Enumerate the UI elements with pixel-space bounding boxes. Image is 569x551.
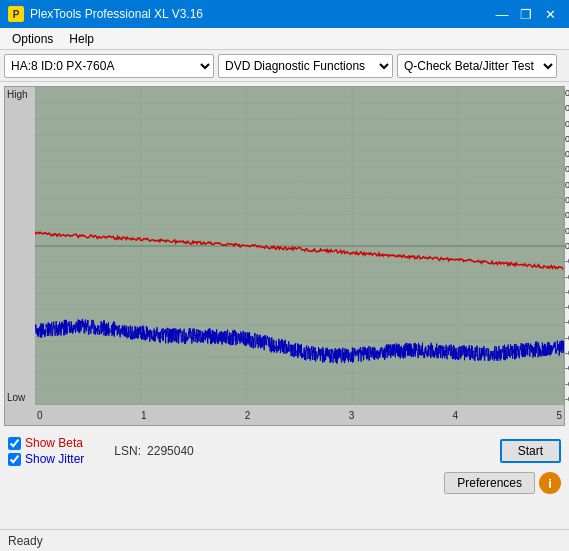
menu-options[interactable]: Options [4,30,61,48]
restore-button[interactable]: ❐ [515,4,537,24]
status-text: Ready [8,534,43,548]
y-high-label: High [7,89,33,100]
chart-area: High Low 0.5 0.45 0.4 0.35 0.3 0.25 0.2 … [4,86,565,426]
bottom-row1: Show Beta Show Jitter LSN: 2295040 Start [8,436,561,466]
show-beta-label: Show Beta [25,436,83,450]
bottom-row2: Preferences i [8,472,561,494]
minimize-button[interactable]: — [491,4,513,24]
show-jitter-checkbox[interactable] [8,453,21,466]
lsn-value: 2295040 [147,444,194,458]
menu-help[interactable]: Help [61,30,102,48]
drive-select[interactable]: HA:8 ID:0 PX-760A [4,54,214,78]
show-beta-item: Show Beta [8,436,84,450]
title-bar-left: P PlexTools Professional XL V3.16 [8,6,203,22]
start-button[interactable]: Start [500,439,561,463]
y-axis-left: High Low [5,87,35,405]
title-bar-controls: — ❐ ✕ [491,4,561,24]
show-jitter-item: Show Jitter [8,452,84,466]
test-select[interactable]: Q-Check Beta/Jitter Test [397,54,557,78]
status-bar: Ready [0,529,569,551]
chart-canvas [35,87,564,405]
info-button[interactable]: i [539,472,561,494]
toolbar: HA:8 ID:0 PX-760A DVD Diagnostic Functio… [0,50,569,82]
function-select[interactable]: DVD Diagnostic Functions [218,54,393,78]
lsn-section: LSN: 2295040 [114,444,193,458]
menu-bar: Options Help [0,28,569,50]
right-buttons: Start [500,439,561,463]
chart-canvas-area [35,87,564,405]
checkbox-group: Show Beta Show Jitter [8,436,84,466]
window-title: PlexTools Professional XL V3.16 [30,7,203,21]
preferences-button[interactable]: Preferences [444,472,535,494]
y-low-label: Low [7,392,33,403]
title-bar: P PlexTools Professional XL V3.16 — ❐ ✕ [0,0,569,28]
app-icon: P [8,6,24,22]
y-axis-right: 0.5 0.45 0.4 0.35 0.3 0.25 0.2 0.15 0.1 … [564,87,569,405]
x-axis: 0 1 2 3 4 5 [35,405,564,425]
bottom-panel: Show Beta Show Jitter LSN: 2295040 Start… [0,430,569,498]
show-jitter-label: Show Jitter [25,452,84,466]
show-beta-checkbox[interactable] [8,437,21,450]
lsn-label: LSN: [114,444,141,458]
close-button[interactable]: ✕ [539,4,561,24]
